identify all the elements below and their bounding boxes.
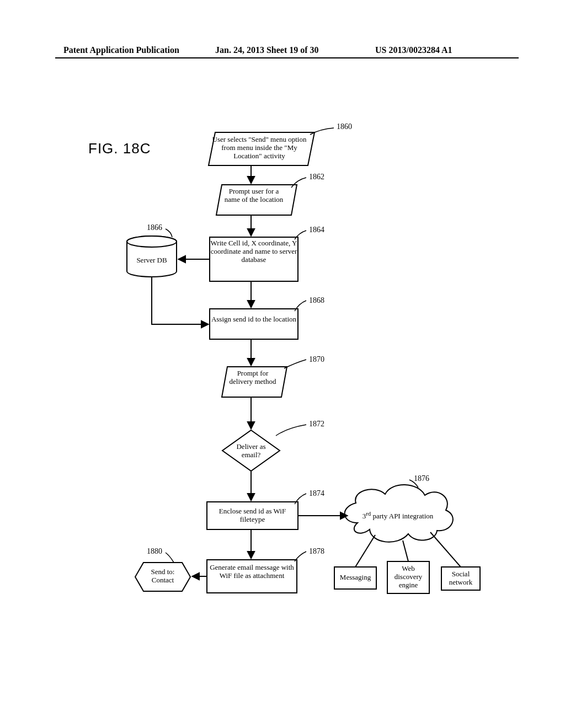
ref-1876: 1876: [414, 474, 429, 483]
sendto-line2: Contact: [152, 576, 174, 584]
svg-line-25: [403, 540, 408, 561]
svg-line-26: [430, 532, 461, 567]
step-1868-text: Assign send id to the location: [210, 315, 298, 324]
out-web: Web discovery engine: [387, 565, 429, 590]
third-party-rd: rd: [366, 510, 371, 517]
step-1864-text: Write Cell id, X coordinate, Y coordinat…: [210, 239, 298, 264]
ref-1878: 1878: [309, 547, 324, 556]
step-1862-text: Prompt user for a name of the location: [221, 188, 287, 204]
step-1880-text: Send to: Contact: [138, 568, 188, 585]
ref-1864: 1864: [309, 226, 324, 234]
step-1876-text: 3rd party API integration: [351, 510, 445, 521]
ref-1866: 1866: [147, 223, 162, 232]
svg-point-6: [127, 236, 177, 247]
step-1874-text: Enclose send id as WiF fileteype: [207, 507, 298, 524]
step-1878-text: Generate email message with WiF file as …: [207, 564, 297, 580]
out-messaging: Messaging: [334, 574, 376, 582]
ref-1874: 1874: [309, 489, 324, 498]
svg-line-24: [355, 535, 375, 567]
ref-1868: 1868: [309, 296, 324, 305]
ref-1860: 1860: [337, 122, 352, 131]
ref-1872: 1872: [309, 420, 324, 429]
ref-1870: 1870: [309, 355, 324, 364]
sendto-line1: Send to:: [151, 568, 175, 576]
out-social: Social network: [441, 570, 480, 587]
ref-1880: 1880: [147, 547, 162, 556]
step-1860-text: User selects "Send" menu option from men…: [210, 136, 309, 160]
svg-rect-9: [210, 309, 298, 339]
flowchart-canvas: [0, 0, 565, 728]
db-label: Server DB: [127, 256, 177, 265]
step-1870-text: Prompt for delivery method: [225, 370, 280, 386]
step-1872-text: Deliver as email?: [227, 443, 275, 459]
ref-1862: 1862: [309, 173, 324, 181]
third-party-rest: party API integration: [371, 512, 433, 520]
